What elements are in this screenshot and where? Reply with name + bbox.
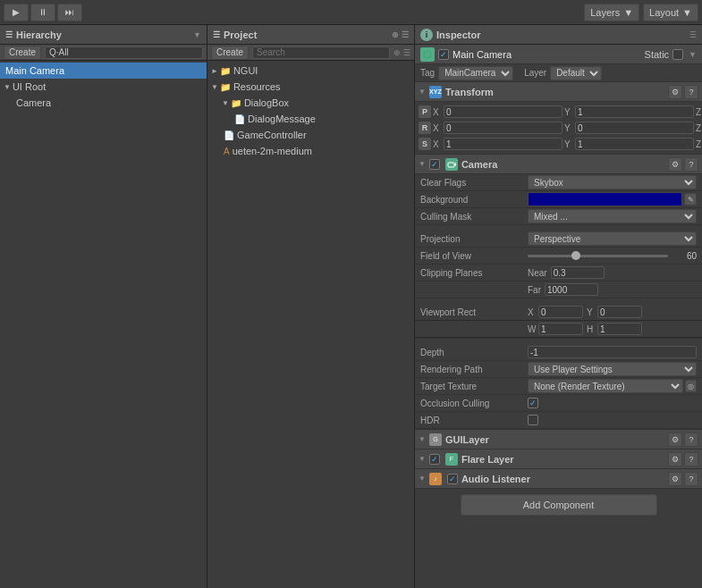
projection-row: Projection Perspective <box>415 231 702 248</box>
layers-dropdown[interactable]: Layers ▼ <box>584 4 639 21</box>
transform-help-btn[interactable]: ? <box>684 85 698 99</box>
rot-y-input[interactable]: 0 <box>575 122 694 134</box>
object-enabled-checkbox[interactable] <box>438 49 449 60</box>
play-button[interactable]: ▶ <box>4 4 29 21</box>
flarelayer-enabled-checkbox[interactable] <box>429 454 440 465</box>
background-row: Background ✎ <box>415 191 702 208</box>
vp-w-input[interactable]: 1 <box>538 323 583 335</box>
vp-x-input[interactable]: 0 <box>538 306 583 318</box>
guilayer-icon: G <box>429 433 442 446</box>
camera-settings-btn[interactable]: ⚙ <box>668 157 682 172</box>
hierarchy-menu-icon[interactable]: ☰ <box>5 30 13 39</box>
fov-slider[interactable] <box>528 255 668 257</box>
inspector-collapse-icon[interactable]: ☰ <box>689 30 697 39</box>
project-tree: 📁 NGUI 📁 Resources 📁 DialogBox 📄 DialogM… <box>207 61 414 588</box>
add-component-button[interactable]: Add Component <box>461 494 657 516</box>
scale-x-input[interactable]: 1 <box>444 138 562 150</box>
project-create-button[interactable]: Create <box>211 46 249 60</box>
project-search-options[interactable]: ⊕ ☰ <box>393 48 410 57</box>
viewport-rect-label: Viewport Rect <box>420 307 528 317</box>
flarelayer-settings-btn[interactable]: ⚙ <box>668 452 682 466</box>
project-item-ueten[interactable]: A ueten-2m-medium <box>207 143 414 159</box>
hdr-checkbox[interactable] <box>528 415 538 425</box>
project-search-bar: Create ⊕ ☰ <box>207 45 414 61</box>
project-menu-icon[interactable]: ☰ <box>213 30 220 39</box>
camera-component-header[interactable]: ▼ Camera ⚙ ? <box>415 155 702 174</box>
layer-select[interactable]: Default <box>550 66 602 80</box>
hierarchy-item-main-camera[interactable]: Main Camera <box>0 63 207 79</box>
audiolistener-settings-btn[interactable]: ⚙ <box>668 472 682 486</box>
object-row: Main Camera Static ▼ <box>415 45 702 64</box>
depth-input[interactable]: -1 <box>528 346 697 358</box>
audiolistener-component-header[interactable]: ▼ ♪ Audio Listener ⚙ ? <box>415 469 702 489</box>
hierarchy-search-input[interactable] <box>45 46 203 59</box>
background-color-edit[interactable]: ✎ <box>684 193 697 206</box>
guilayer-component-header[interactable]: ▼ G GUILayer ⚙ ? <box>415 430 702 449</box>
audiolistener-enabled-checkbox[interactable] <box>447 474 458 484</box>
tag-select[interactable]: MainCamera <box>438 66 513 80</box>
hierarchy-item-camera[interactable]: Camera <box>0 95 207 111</box>
step-button[interactable]: ⏭ <box>57 4 82 21</box>
camera-enabled-checkbox[interactable] <box>429 159 440 170</box>
audiolistener-icon: ♪ <box>429 473 442 485</box>
project-item-dialogmessage[interactable]: 📄 DialogMessage <box>207 111 414 127</box>
project-item-resources[interactable]: 📁 Resources <box>207 79 414 95</box>
rendering-path-label: Rendering Path <box>420 365 528 374</box>
pos-y-input[interactable]: 1 <box>575 105 694 118</box>
project-item-dialogbox[interactable]: 📁 DialogBox <box>207 95 414 111</box>
guilayer-help-btn[interactable]: ? <box>684 433 698 447</box>
clear-flags-select[interactable]: Skybox <box>528 175 697 189</box>
rendering-path-select[interactable]: Use Player Settings <box>528 362 697 376</box>
background-color-swatch[interactable] <box>528 192 682 206</box>
camera-help-btn[interactable]: ? <box>684 157 698 172</box>
target-texture-select[interactable]: None (Render Texture) <box>528 379 683 393</box>
camera-section: Clear Flags Skybox Background ✎ <box>415 174 702 430</box>
rotation-label[interactable]: R <box>419 122 431 134</box>
inspector-header: i Inspector ☰ <box>415 25 702 45</box>
flarelayer-help-btn[interactable]: ? <box>684 452 698 466</box>
transform-settings-btn[interactable]: ⚙ <box>668 85 682 99</box>
clear-flags-label: Clear Flags <box>420 178 528 188</box>
static-dropdown-icon[interactable]: ▼ <box>689 50 697 59</box>
hierarchy-create-button[interactable]: Create <box>4 46 41 60</box>
project-icons[interactable]: ⊕ ☰ <box>392 30 409 39</box>
far-input[interactable]: 1000 <box>545 283 598 296</box>
near-input[interactable]: 0.3 <box>551 266 605 279</box>
layout-dropdown[interactable]: Layout ▼ <box>643 4 698 21</box>
static-checkbox[interactable] <box>672 49 683 60</box>
guilayer-settings-btn[interactable]: ⚙ <box>668 433 682 447</box>
pause-button[interactable]: ⏸ <box>30 4 55 21</box>
occlusion-culling-checkbox[interactable] <box>528 398 538 408</box>
vp-y-input[interactable]: 0 <box>597 306 642 318</box>
inspector-info-icon: i <box>420 29 433 41</box>
audiolistener-help-btn[interactable]: ? <box>684 472 698 486</box>
target-texture-label: Target Texture <box>420 382 528 391</box>
pos-x-input[interactable]: 0 <box>444 105 562 118</box>
static-label: Static <box>645 49 670 60</box>
scale-y-input[interactable]: 1 <box>575 138 694 150</box>
project-search-input[interactable] <box>252 46 390 59</box>
transform-component-header[interactable]: ▼ XYZ Transform ⚙ ? <box>415 82 702 102</box>
clipping-planes-far-row: Far 1000 <box>415 281 702 298</box>
camera-icon <box>445 158 458 171</box>
clipping-planes-label: Clipping Planes <box>420 268 528 278</box>
culling-mask-label: Culling Mask <box>420 212 528 222</box>
project-item-gamecontroller[interactable]: 📄 GameController <box>207 127 414 143</box>
culling-mask-select[interactable]: Mixed ... <box>528 209 697 223</box>
hierarchy-collapse-icon[interactable]: ▼ <box>193 30 201 39</box>
position-label[interactable]: P <box>419 105 431 118</box>
transform-icon: XYZ <box>429 86 442 98</box>
hierarchy-item-ui-root[interactable]: UI Root <box>0 79 207 95</box>
projection-select[interactable]: Perspective <box>528 231 697 246</box>
target-texture-edit[interactable]: ◎ <box>685 380 697 392</box>
hierarchy-search-bar: Create <box>0 45 207 61</box>
flarelayer-component-header[interactable]: ▼ F Flare Layer ⚙ ? <box>415 449 702 469</box>
svg-rect-1 <box>448 163 454 167</box>
rotation-row: R X 0 Y 0 Z 0 <box>415 120 702 136</box>
rot-x-input[interactable]: 0 <box>444 122 562 134</box>
vp-h-input[interactable]: 1 <box>597 323 642 335</box>
far-label: Far <box>528 285 541 295</box>
main-layout: ☰ Hierarchy ▼ Create Main Camera UI Root… <box>0 25 702 588</box>
project-item-ngui[interactable]: 📁 NGUI <box>207 63 414 79</box>
scale-label[interactable]: S <box>419 138 431 150</box>
